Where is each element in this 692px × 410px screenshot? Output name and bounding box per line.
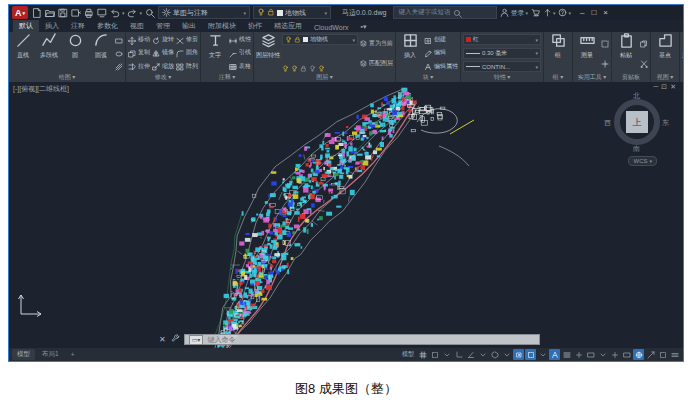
wcs-dropdown[interactable]: WCS▾ xyxy=(628,156,657,166)
ribbon-tab-附加模块[interactable]: 附加模块 xyxy=(202,20,242,32)
ribbon-tab-管理[interactable]: 管理 xyxy=(150,20,176,32)
lineweight-display-icon[interactable] xyxy=(561,349,572,360)
viewcube-west[interactable]: 西 xyxy=(604,118,611,128)
new-layout-button[interactable]: + xyxy=(66,350,80,359)
circle-button[interactable]: 圆 xyxy=(63,33,87,73)
text-button[interactable]: 文字 xyxy=(203,33,227,73)
osnap-caret[interactable] xyxy=(537,349,548,360)
signin-button[interactable]: 登录 ▾ xyxy=(500,8,528,18)
viewport-controls[interactable]: [-][俯视][二维线框] xyxy=(13,84,69,94)
application-menu-button[interactable]: A▾ xyxy=(12,6,28,19)
osnap-icon[interactable] xyxy=(513,349,524,360)
polar-menu-caret[interactable] xyxy=(477,349,488,360)
search-icon[interactable] xyxy=(453,4,462,22)
attr-button[interactable]: 编辑属性 xyxy=(424,61,458,72)
help-button[interactable]: ▾ xyxy=(558,8,571,18)
line-button[interactable]: 直线 xyxy=(11,33,35,73)
command-line[interactable]: ▭▾ 键入命令 xyxy=(184,334,540,345)
redo-icon-caret[interactable]: ▾ xyxy=(140,10,143,16)
ribbon-tab-注释[interactable]: 注释 xyxy=(65,20,91,32)
ribbon-tab-输出[interactable]: 输出 xyxy=(176,20,202,32)
model-space-label[interactable]: 模型 xyxy=(402,350,414,359)
paste-button[interactable]: 粘贴 xyxy=(614,33,638,73)
measure-button[interactable]: 测量 xyxy=(575,33,599,73)
linetype-dropdown[interactable]: CONTIN...▾ xyxy=(463,61,541,72)
layout1-tab[interactable]: 布局1 xyxy=(37,349,64,360)
ribbon-tab-overflow[interactable]: ▪▾ xyxy=(355,22,373,32)
search-box[interactable]: 键入关键字或短语 xyxy=(393,6,497,19)
panel-label-annotate[interactable]: 注释 ▾ xyxy=(203,73,251,82)
table-button[interactable]: 表格 xyxy=(229,61,251,72)
stretch-button[interactable]: 拉伸 xyxy=(128,61,150,72)
ribbon-tab-参数化[interactable]: 参数化 xyxy=(91,20,124,32)
open-icon[interactable] xyxy=(44,7,55,18)
isodraft-icon[interactable] xyxy=(489,349,500,360)
viewcube-south[interactable]: 南 xyxy=(633,144,640,154)
regen-icon[interactable] xyxy=(144,7,155,18)
copyclip-button[interactable] xyxy=(640,38,648,49)
ribbon-tab-协作[interactable]: 协作 xyxy=(242,20,268,32)
object-isolate-icon[interactable] xyxy=(609,349,620,360)
snap-menu-caret[interactable] xyxy=(441,349,452,360)
panel-label-draw[interactable]: 绘图 ▾ xyxy=(11,73,123,82)
panel-label-touch[interactable]: 触摸 xyxy=(682,73,683,82)
ribbon-tab-默认[interactable]: 默认 xyxy=(13,20,39,32)
customization-icon[interactable] xyxy=(669,349,680,360)
layers-button[interactable]: 图层特性 xyxy=(256,33,280,73)
panel-label-utilities[interactable]: 实用工具 ▾ xyxy=(575,73,609,82)
viewcube-top-face[interactable]: 上 xyxy=(626,111,648,133)
arc-button[interactable]: 圆弧 xyxy=(89,33,113,73)
model-tab[interactable]: 模型 xyxy=(12,349,35,360)
clean-screen-icon[interactable] xyxy=(657,349,668,360)
close-button[interactable]: × xyxy=(603,8,608,17)
grid-icon[interactable] xyxy=(417,349,428,360)
idpoint-button[interactable] xyxy=(601,58,609,69)
layer-dropdown[interactable]: 地物线▾ xyxy=(282,34,358,45)
plot-icon[interactable] xyxy=(96,7,107,18)
new-icon[interactable] xyxy=(31,7,42,18)
viewcube[interactable]: 北 南 西 东 上 xyxy=(609,94,665,150)
ortho-icon[interactable] xyxy=(453,349,464,360)
maximize-button[interactable]: □ xyxy=(591,8,596,17)
base-button[interactable]: 基点 xyxy=(653,33,677,73)
command-close-icon[interactable]: ✕ xyxy=(159,335,166,344)
workspace-switching-icon[interactable] xyxy=(585,349,596,360)
workspace-caret[interactable] xyxy=(597,349,608,360)
minimize-button[interactable]: – xyxy=(580,8,584,17)
hand-button[interactable]: 选择模式 xyxy=(682,33,683,73)
snap-icon[interactable] xyxy=(429,349,440,360)
panel-label-block[interactable]: 块 ▾ xyxy=(398,73,458,82)
object-snap-tracking-icon[interactable] xyxy=(525,349,536,360)
object-color-dropdown[interactable]: 红▾ xyxy=(463,34,541,45)
panel-label-modify[interactable]: 修改 ▾ xyxy=(128,73,198,82)
undo-icon-caret[interactable]: ▾ xyxy=(122,10,125,16)
drawing-window-controls[interactable]: ─⊡✕ xyxy=(653,83,679,91)
匹配图层-button[interactable]: 匹配图层 xyxy=(360,59,393,68)
quickselect-button[interactable] xyxy=(601,38,609,49)
graphics-performance-icon[interactable] xyxy=(633,349,644,360)
layer-quick-dropdown[interactable]: 地物线 ▾ xyxy=(253,6,331,19)
saveas-icon[interactable] xyxy=(70,7,81,18)
app-store-button[interactable] xyxy=(531,8,540,18)
cut-button[interactable] xyxy=(640,58,648,69)
dynamic-input-icon[interactable] xyxy=(549,349,560,360)
group-button[interactable]: 组 xyxy=(546,33,570,73)
置为当前-button[interactable]: 置为当前 xyxy=(360,39,393,48)
insert-button[interactable]: 插入 xyxy=(398,33,422,73)
panel-label-groups[interactable]: 组 ▾ xyxy=(546,73,570,82)
ribbon-tab-CloudWorx[interactable]: CloudWorx xyxy=(308,23,355,32)
polar-tracking-icon[interactable] xyxy=(465,349,476,360)
drawing-canvas[interactable]: [-][俯视][二维线框] ─⊡✕ 北 南 西 东 上 WCS▾ ✕ ▭▾ 键入… xyxy=(9,82,683,348)
print-icon[interactable] xyxy=(83,7,94,18)
workspace-dropdown[interactable]: 草图与注释 ▾ xyxy=(158,6,250,19)
stay-connected-button[interactable]: ▾ xyxy=(543,8,556,18)
annotation-scale-icon[interactable] xyxy=(573,349,584,360)
array-button[interactable]: 阵列 xyxy=(176,61,198,72)
ribbon-tab-插入[interactable]: 插入 xyxy=(39,20,65,32)
isodraft-caret[interactable] xyxy=(501,349,512,360)
annotation-monitor-icon[interactable] xyxy=(621,349,632,360)
viewcube-east[interactable]: 东 xyxy=(662,118,669,128)
ribbon-tab-视图[interactable]: 视图 xyxy=(124,20,150,32)
undo-icon[interactable] xyxy=(109,7,120,18)
autoscale-icon[interactable] xyxy=(645,349,656,360)
